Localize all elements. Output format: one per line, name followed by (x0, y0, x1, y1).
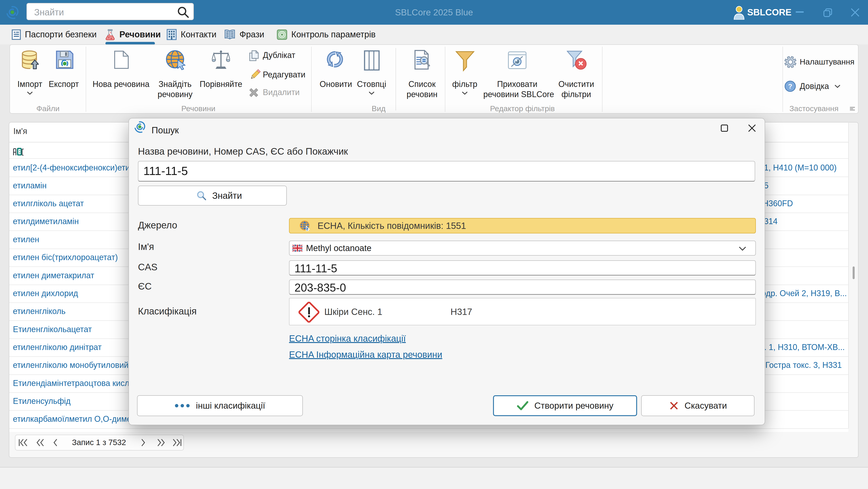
svg-text:?: ? (788, 82, 792, 90)
